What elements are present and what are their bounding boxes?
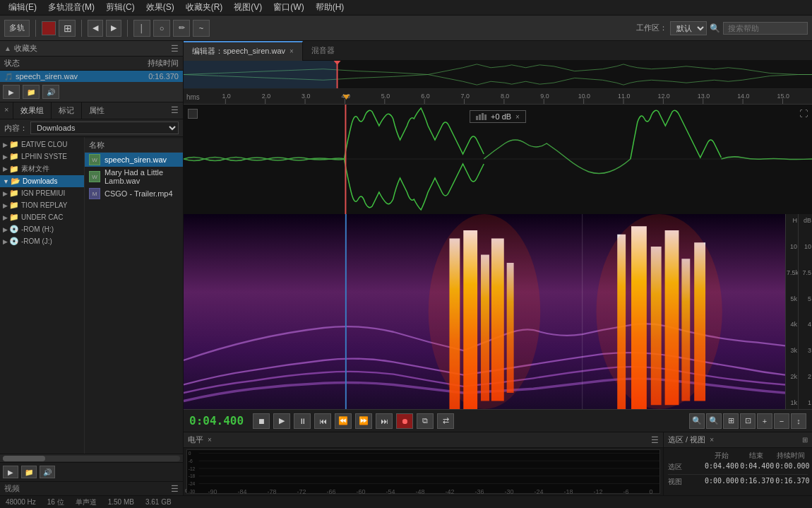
tab-panel-menu[interactable]: ☰ <box>167 102 183 119</box>
toolbar-btn-lasso[interactable]: ○ <box>153 20 170 37</box>
toolbar-btn-pencil[interactable]: ✏ <box>173 20 190 37</box>
h-scrollbar[interactable] <box>0 454 183 462</box>
zoom-selection-btn[interactable]: ⊡ <box>740 413 756 429</box>
sel-title: 选区 / 视图 <box>668 435 705 445</box>
toolbar-btn-arrow-l[interactable]: ◀ <box>88 20 103 37</box>
main-layout: ▲ 收藏夹 ☰ 状态 持续时间 🎵 speech_siren.wav 0:16.… <box>0 41 812 495</box>
panel-bottom-menu[interactable]: ☰ <box>171 484 179 494</box>
transport-pause-btn[interactable]: ⏸ <box>294 413 311 429</box>
workspace-select[interactable]: 默认 <box>670 21 707 35</box>
freq-label-5k: 5k <box>787 295 797 302</box>
panel-play-btn[interactable]: ▶ <box>3 85 20 99</box>
left-play-btn[interactable]: ▶ <box>3 466 18 478</box>
left-folder2-btn[interactable]: 📁 <box>21 466 37 478</box>
menu-item-help[interactable]: 帮助(H) <box>310 0 350 15</box>
transport-loop-btn[interactable]: ⧉ <box>417 413 434 429</box>
zoom-full-btn[interactable]: ⊞ <box>723 413 739 429</box>
zoom-controls: 🔍 🔍 ⊞ ⊡ + − ↕ <box>689 413 806 429</box>
menu-item-effects[interactable]: 效果(S) <box>141 0 180 15</box>
panel-speaker-btn[interactable]: 🔊 <box>42 85 59 99</box>
folder-icon-romj: 💿 <box>9 237 19 246</box>
panel-menu-icon[interactable]: ☰ <box>171 44 179 54</box>
transport-play-btn[interactable]: ▶ <box>273 413 290 429</box>
panel-folder-btn[interactable]: 📁 <box>23 85 40 99</box>
tab-close-x[interactable]: × <box>0 102 13 119</box>
transport-rewind-btn[interactable]: ⏮ <box>314 413 331 429</box>
db-close-icon[interactable]: × <box>515 113 520 121</box>
folder-icon-dolphin: 📁 <box>9 152 19 161</box>
menu-item-favorites[interactable]: 收藏夹(R) <box>180 0 229 15</box>
toolbar-btn-grid[interactable]: ⊞ <box>59 20 76 37</box>
transport-end-btn[interactable]: ⏭ <box>376 413 393 429</box>
svg-text:-24: -24 <box>189 481 196 486</box>
panel-arrow-up[interactable]: ▲ <box>4 45 11 52</box>
transport-fwd-btn[interactable]: ⏩ <box>355 413 372 429</box>
svg-text:6.0: 6.0 <box>421 93 429 100</box>
zoom-h-in-btn[interactable]: + <box>757 413 772 429</box>
transport-record-btn[interactable]: ⏺ <box>396 413 413 429</box>
folder-name-downloads: Downloads <box>23 177 57 185</box>
sel-close-btn[interactable]: × <box>710 436 714 444</box>
folder-item-under[interactable]: ▶ 📁 UNDER CAC <box>0 211 84 223</box>
folder-item-materials[interactable]: ▶ 📁 素材文件 <box>0 163 84 175</box>
transport-repeat-btn[interactable]: ⇄ <box>437 413 454 429</box>
selection-panel: 选区 / 视图 × ⊞ 开始 结束 持续时间 选区 <box>664 432 812 495</box>
folder-item-design[interactable]: ▶ 📁 IGN PREMIUI <box>0 187 84 199</box>
toolbar-btn-smooth[interactable]: ~ <box>193 20 210 37</box>
transport-stop-btn[interactable]: ⏹ <box>253 413 270 429</box>
menu-item-window[interactable]: 窗口(W) <box>268 0 309 15</box>
zoom-out-btn[interactable]: 🔍 <box>689 413 705 429</box>
menu-item-edit[interactable]: 编辑(E) <box>3 0 42 15</box>
zoom-v-btn[interactable]: ↕ <box>791 413 806 429</box>
search-input[interactable] <box>723 22 808 35</box>
status-bar: 48000 Hz 16 位 单声道 1.50 MB 3.61 GB <box>0 495 812 508</box>
folder-arrow-creative: ▶ <box>3 141 8 148</box>
folder-item-romj[interactable]: ▶ 💿 -ROM (J:) <box>0 235 84 247</box>
svg-text:5.0: 5.0 <box>381 93 390 100</box>
transport-back-btn[interactable]: ⏪ <box>335 413 352 429</box>
editor-tab-active[interactable]: 编辑器：speech_siren.wav × <box>184 41 303 61</box>
folder-arrow-replay: ▶ <box>3 202 8 209</box>
folder-arrow-romh: ▶ <box>3 226 8 233</box>
panel-header: ▲ 收藏夹 ☰ <box>0 41 183 57</box>
waveform-checkbox[interactable] <box>188 109 198 119</box>
folder-item-replay[interactable]: ▶ 📁 TION REPLAY <box>0 199 84 211</box>
media-file-item-3[interactable]: M CSGO - Trailer.mp4 <box>85 187 183 201</box>
zoom-in-minus-btn[interactable]: 🔍 <box>706 413 722 429</box>
editor-tab-close[interactable]: × <box>289 47 294 55</box>
toolbar-btn-red[interactable] <box>42 21 56 35</box>
expand-icon[interactable]: ⛶ <box>799 109 808 119</box>
menu-item-clip[interactable]: 剪辑(C) <box>100 0 141 15</box>
freq-label-4k: 4k <box>787 321 797 328</box>
media-file-item-1[interactable]: W speech_siren.wav <box>85 153 183 167</box>
eq-menu-icon[interactable]: ☰ <box>651 435 659 445</box>
menu-item-multitrack[interactable]: 多轨混音(M) <box>42 0 100 15</box>
db-label-1: 1 <box>799 399 811 406</box>
toolbar-multitrack-btn[interactable]: 多轨 <box>4 20 30 37</box>
sel-expand-btn[interactable]: ⊞ <box>802 436 808 444</box>
tab-markers[interactable]: 标记 <box>52 102 82 119</box>
eq-close-btn[interactable]: × <box>208 436 212 444</box>
svg-text:11.0: 11.0 <box>618 93 630 100</box>
sel-headers-row: 开始 结束 持续时间 <box>668 451 808 461</box>
tabs-bar: × 效果组 标记 属性 ☰ <box>0 102 183 119</box>
left-speaker2-btn[interactable]: 🔊 <box>40 466 55 478</box>
tab-effects-group[interactable]: 效果组 <box>13 102 52 119</box>
folder-name-design: IGN PREMIUI <box>21 189 65 197</box>
svg-text:3.0: 3.0 <box>301 93 310 100</box>
file-item-selected[interactable]: 🎵 speech_siren.wav 0:16.370 <box>0 71 183 82</box>
menu-item-view[interactable]: 视图(V) <box>228 0 268 15</box>
zoom-h-out-btn[interactable]: − <box>774 413 789 429</box>
waveform-overview <box>184 61 812 89</box>
toolbar-btn-select[interactable]: │ <box>133 20 150 37</box>
right-panel: 编辑器：speech_siren.wav × 混音器 <box>184 41 812 495</box>
tab-properties[interactable]: 属性 <box>82 102 112 119</box>
content-path-select[interactable]: Downloads <box>30 122 179 134</box>
folder-item-romh[interactable]: ▶ 💿 -ROM (H:) <box>0 223 84 235</box>
toolbar-btn-arrow-r[interactable]: ▶ <box>106 20 121 37</box>
folder-item-dolphin[interactable]: ▶ 📁 LPHIN SYSTE <box>0 150 84 163</box>
folder-item-downloads[interactable]: ▼ 📂 Downloads <box>0 175 84 187</box>
media-file-item-2[interactable]: W Mary Had a Little Lamb.wav <box>85 167 183 187</box>
folder-item-creative[interactable]: ▶ 📁 EATIVE CLOU <box>0 138 84 150</box>
mixer-tab[interactable]: 混音器 <box>303 42 343 59</box>
